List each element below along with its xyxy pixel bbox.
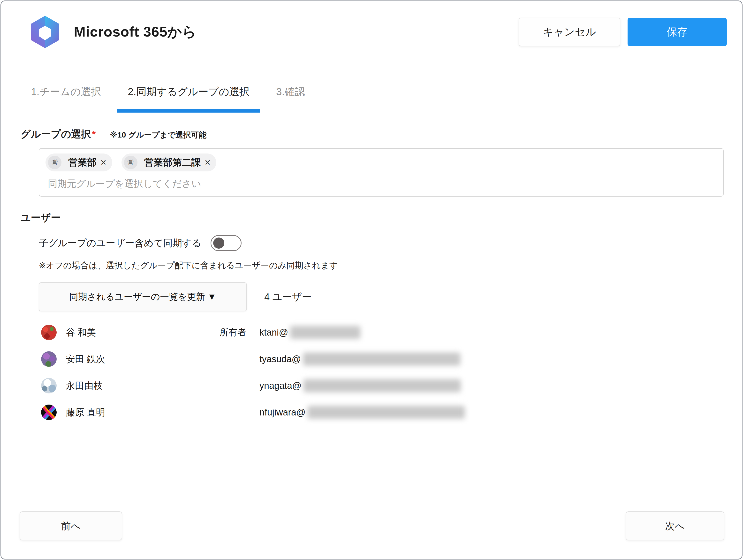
user-avatar — [41, 325, 57, 340]
group-avatar: 営 — [48, 156, 61, 169]
user-section-heading: ユーザー — [20, 211, 742, 224]
user-email: tyasuda@ — [259, 352, 460, 365]
user-row: 藤原 直明 nfujiwara@ — [41, 399, 742, 426]
user-name: 谷 和美 — [66, 327, 220, 339]
header: Microsoft 365から キャンセル 保存 — [1, 1, 742, 49]
remove-group-icon[interactable]: × — [205, 157, 211, 168]
wizard-tabs: 1.チームの選択 2.同期するグループの選択 3.確認 — [31, 85, 742, 113]
group-chip-label: 営業部第二課 — [144, 156, 201, 169]
group-select-input[interactable]: 営 営業部 × 営 営業部第二課 × 同期元グループを選択してください — [39, 148, 724, 197]
email-domain-redacted — [290, 326, 360, 339]
microsoft-365-logo-icon — [28, 15, 62, 49]
refresh-row: 同期されるユーザーの一覧を更新 ▼ 4 ユーザー — [39, 282, 742, 311]
refresh-user-list-button[interactable]: 同期されるユーザーの一覧を更新 ▼ — [39, 282, 247, 311]
previous-button[interactable]: 前へ — [19, 511, 122, 541]
tab-confirm[interactable]: 3.確認 — [276, 85, 305, 113]
remove-group-icon[interactable]: × — [100, 157, 106, 168]
user-avatar — [41, 404, 57, 420]
tab-sync-group-selection[interactable]: 2.同期するグループの選択 — [117, 85, 260, 113]
email-domain-redacted — [303, 352, 460, 365]
user-row: 安田 鉄次 tyasuda@ — [41, 346, 742, 372]
required-asterisk: * — [92, 129, 96, 140]
toggle-off-note: ※オフの場合は、選択したグループ配下に含まれるユーザーのみ同期されます — [39, 260, 742, 271]
tab-team-selection[interactable]: 1.チームの選択 — [31, 85, 101, 113]
group-chip[interactable]: 営 営業部 × — [45, 154, 112, 171]
group-select-placeholder: 同期元グループを選択してください — [45, 177, 717, 190]
email-prefix: nfujiwara@ — [259, 407, 306, 418]
group-select-label: グループの選択 — [20, 128, 91, 141]
page-title: Microsoft 365から — [74, 23, 197, 41]
user-name: 安田 鉄次 — [66, 353, 220, 365]
toggle-knob — [213, 238, 224, 249]
next-button[interactable]: 次へ — [626, 511, 725, 541]
email-domain-redacted — [308, 406, 465, 419]
email-prefix: ynagata@ — [259, 381, 302, 391]
group-avatar: 営 — [124, 156, 137, 169]
email-prefix: ktani@ — [259, 327, 288, 338]
email-domain-redacted — [304, 379, 461, 392]
group-select-hint: ※10 グループまで選択可能 — [110, 130, 207, 140]
child-group-toggle-row: 子グループのユーザー含めて同期する — [39, 235, 742, 251]
group-select-label-row: グループの選択 * ※10 グループまで選択可能 — [20, 128, 742, 141]
user-email: ktani@ — [259, 326, 360, 339]
user-list: 谷 和美 所有者 ktani@ 安田 鉄次 tyasuda@ 永田由枝 ynag… — [41, 319, 742, 426]
user-count: 4 ユーザー — [264, 290, 311, 304]
user-email: nfujiwara@ — [259, 406, 465, 419]
user-avatar — [41, 351, 57, 367]
user-avatar — [41, 378, 57, 393]
child-group-sync-toggle[interactable] — [211, 235, 242, 251]
header-actions: キャンセル 保存 — [519, 18, 727, 46]
user-row: 谷 和美 所有者 ktani@ — [41, 319, 742, 346]
email-prefix: tyasuda@ — [259, 354, 301, 364]
user-row: 永田由枝 ynagata@ — [41, 372, 742, 399]
user-email: ynagata@ — [259, 379, 461, 392]
user-name: 永田由枝 — [66, 380, 220, 392]
child-group-toggle-label: 子グループのユーザー含めて同期する — [39, 236, 201, 250]
user-name: 藤原 直明 — [66, 406, 220, 419]
dialog-window: Microsoft 365から キャンセル 保存 1.チームの選択 2.同期する… — [0, 0, 743, 560]
group-chip[interactable]: 営 営業部第二課 × — [122, 154, 217, 171]
group-chip-label: 営業部 — [68, 156, 96, 169]
selected-group-chips: 営 営業部 × 営 営業部第二課 × — [45, 154, 717, 171]
cancel-button[interactable]: キャンセル — [519, 18, 620, 46]
user-role: 所有者 — [220, 327, 259, 339]
save-button[interactable]: 保存 — [627, 18, 727, 46]
